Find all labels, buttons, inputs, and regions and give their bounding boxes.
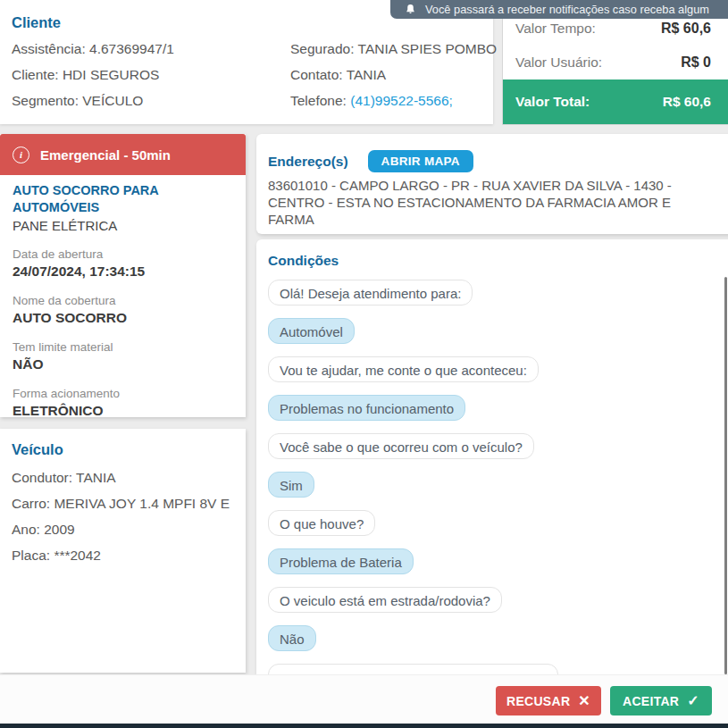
service-details: Data de abertura 24/07/2024, 17:34:15 No… [13, 247, 237, 420]
chat-bubble: Problemas no funcionamento [268, 395, 465, 421]
chat-bubble: Problema de Bateria [268, 548, 414, 574]
billing-label: Valor Usuário: [515, 54, 602, 71]
field-value[interactable]: TANIA [347, 67, 387, 82]
field-label: Ano: [12, 522, 40, 537]
client-field-row: Assistência: 4.67369947/1 [12, 36, 174, 62]
vertical-scrollbar[interactable] [724, 277, 727, 674]
conditions-card: Condições Olá! Deseja atendimento para: … [256, 239, 728, 679]
chat-transcript: Olá! Deseja atendimento para: Automóvel … [268, 280, 728, 651]
service-detail: Data de abertura 24/07/2024, 17:34:15 [13, 247, 237, 280]
detail-value: ELETRÔNICO [13, 401, 237, 420]
client-fields-left: Assistência: 4.67369947/1 Cliente: HDI S… [12, 36, 174, 113]
accept-button-label: ACEITAR [623, 694, 679, 708]
open-map-button[interactable]: ABRIR MAPA [368, 150, 473, 172]
field-value[interactable]: (41)99522-5566; [350, 93, 453, 108]
client-field-row: Segurado: TANIA SPIES POMBO [290, 36, 497, 62]
field-value: ***2042 [54, 548, 101, 563]
detail-value: NÃO [13, 355, 237, 373]
notification-text: Você passará a receber notificações caso… [425, 3, 709, 16]
field-label: Condutor: [12, 470, 72, 485]
chat-bubble: Você sabe o que ocorreu com o veículo? [268, 433, 534, 459]
service-detail: Nome da cobertura AUTO SOCORRO [13, 293, 237, 327]
check-icon: ✓ [687, 692, 699, 709]
bell-icon [405, 4, 416, 15]
field-value: MERIVA JOY 1.4 MPFI 8V E [54, 496, 230, 511]
detail-value: AUTO SOCORRO [13, 308, 237, 327]
field-label: Segurado: [290, 41, 355, 56]
client-field-row: Contato: TANIA [290, 62, 497, 88]
field-label: Contato: [290, 67, 343, 82]
field-label: Cliente: [12, 67, 59, 82]
chat-bubble: Não [268, 625, 316, 651]
field-value: VEÍCULO [82, 93, 143, 108]
billing-label: Valor Tempo: [515, 21, 596, 37]
vehicle-section-title: Veículo [12, 441, 63, 458]
vehicle-card: Veículo Condutor: TANIA Carro: MERIVA JO… [0, 429, 246, 673]
notification-toast: Você passará a receber notificações caso… [390, 0, 728, 19]
service-subtitle: PANE ELÉTRICA [13, 216, 237, 236]
service-title: AUTO SOCORRO PARA AUTOMÓVEIS [13, 182, 237, 216]
billing-row: Valor Usuário:R$ 0 [503, 46, 728, 79]
close-icon: ✕ [578, 692, 590, 709]
client-field-row: Segmento: VEÍCULO [12, 88, 174, 113]
action-footer: RECUSAR ✕ ACEITAR ✓ [0, 674, 728, 724]
chat-bubble: Automóvel [268, 318, 355, 344]
field-value: 4.67369947/1 [89, 41, 174, 56]
client-fields-right: Segurado: TANIA SPIES POMBO Contato: TAN… [290, 36, 497, 113]
client-field-row: Telefone: (41)99522-5566; [290, 88, 497, 113]
billing-value: R$ 60,6 [661, 21, 711, 37]
urgency-label: Emergencial - 50min [40, 147, 171, 163]
address-section-title: Endereço(s) [268, 154, 348, 170]
detail-label: Tem limite material [13, 339, 237, 355]
vehicle-field-row: Carro: MERIVA JOY 1.4 MPFI 8V E [12, 490, 230, 516]
detail-label: Forma acionamento [13, 386, 237, 401]
assistance-dispatch-screen: Cliente Assistência: 4.67369947/1 Client… [0, 0, 728, 728]
client-field-row: Cliente: HDI SEGUROS [12, 62, 174, 88]
chat-bubble: Olá! Deseja atendimento para: [268, 280, 473, 305]
detail-label: Data de abertura [13, 247, 237, 262]
vehicle-field-row: Placa: ***2042 [12, 542, 230, 568]
billing-value: R$ 0 [681, 54, 711, 71]
vehicle-fields: Condutor: TANIA Carro: MERIVA JOY 1.4 MP… [12, 464, 230, 568]
field-label: Assistência: [12, 41, 86, 56]
chat-bubble: O veiculo está em estrada/rodovia? [268, 587, 502, 613]
reject-button[interactable]: RECUSAR ✕ [496, 686, 601, 715]
field-label: Placa: [12, 548, 50, 563]
billing-total-row: Valor Total: R$ 60,6 [503, 79, 728, 124]
urgency-banner: i Emergencial - 50min [0, 134, 246, 175]
address-text: 83601010 - CAMPO LARGO - PR - RUA XAVIER… [268, 177, 715, 228]
bottom-bar [0, 724, 728, 728]
detail-value: 24/07/2024, 17:34:15 [13, 262, 237, 280]
billing-total-value: R$ 60,6 [663, 94, 711, 110]
client-section-title: Cliente [12, 14, 61, 31]
service-detail: Forma acionamento ELETRÔNICO [13, 386, 237, 420]
address-header: Endereço(s) ABRIR MAPA [268, 150, 473, 172]
vehicle-field-row: Ano: 2009 [12, 516, 230, 542]
address-card: Endereço(s) ABRIR MAPA 83601010 - CAMPO … [256, 134, 728, 234]
reject-button-label: RECUSAR [506, 694, 570, 708]
billing-total-label: Valor Total: [515, 94, 590, 110]
conditions-section-title: Condições [268, 252, 728, 269]
billing-rows: Valor Tempo:R$ 60,6 Valor Usuário:R$ 0 [503, 12, 728, 79]
service-card: i Emergencial - 50min AUTO SOCORRO PARA … [0, 134, 246, 417]
info-icon: i [13, 146, 29, 163]
detail-label: Nome da cobertura [13, 293, 237, 308]
billing-summary-box: Valor Tempo:R$ 60,6 Valor Usuário:R$ 0 V… [502, 0, 728, 125]
field-value[interactable]: TANIA SPIES POMBO [358, 41, 498, 56]
chat-bubble: O que houve? [268, 510, 375, 536]
chat-bubble: Sim [268, 472, 314, 498]
field-label: Telefone: [290, 93, 347, 108]
accept-button[interactable]: ACEITAR ✓ [610, 686, 712, 715]
field-value: TANIA [76, 470, 116, 485]
chat-bubble: Vou te ajudar, me conte o que aconteceu: [268, 356, 539, 382]
field-label: Segmento: [12, 93, 79, 108]
field-label: Carro: [12, 496, 50, 511]
service-detail: Tem limite material NÃO [13, 339, 237, 373]
field-value: HDI SEGUROS [63, 67, 160, 82]
service-body: AUTO SOCORRO PARA AUTOMÓVEIS PANE ELÉTRI… [0, 175, 246, 420]
vehicle-field-row: Condutor: TANIA [12, 464, 230, 490]
field-value: 2009 [44, 522, 74, 537]
